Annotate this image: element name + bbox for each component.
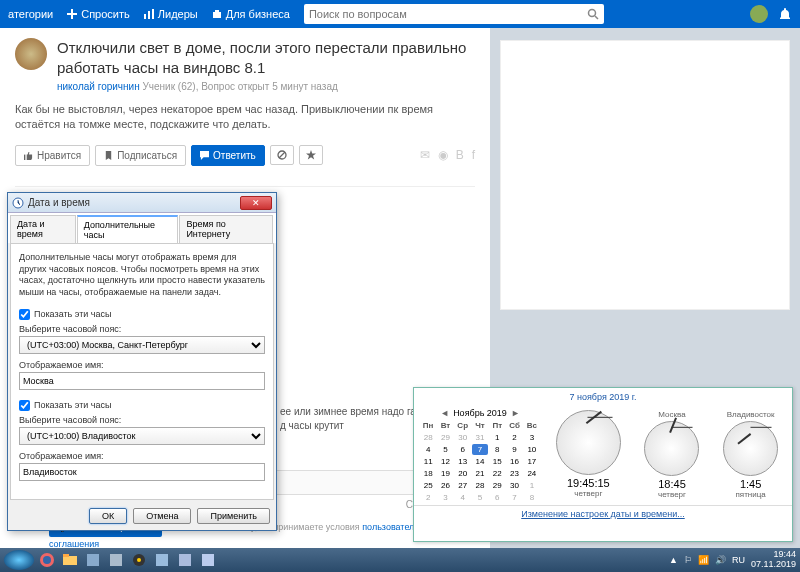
cal-day[interactable]: 28 [420,432,436,443]
cal-day[interactable]: 7 [472,444,488,455]
cal-day[interactable]: 9 [506,444,522,455]
cancel-button[interactable]: Отмена [133,508,191,524]
tab-extra-clocks[interactable]: Дополнительные часы [77,215,179,243]
cal-day[interactable]: 27 [455,480,471,491]
share-vk-icon[interactable]: B [456,148,464,162]
cal-day[interactable]: 4 [455,492,471,503]
cal-day[interactable]: 8 [524,492,540,503]
block-button[interactable] [270,145,294,165]
cal-day[interactable]: 1 [524,480,540,491]
cal-day[interactable]: 2 [506,432,522,443]
cal-month[interactable]: Ноябрь 2019 [453,408,507,418]
taskbar[interactable]: ▲ ⚐ 📶 🔊 RU 19:44 07.11.2019 [0,548,800,572]
cal-day[interactable]: 2 [420,492,436,503]
tab-datetime[interactable]: Дата и время [10,215,76,243]
cal-day[interactable]: 3 [524,432,540,443]
cal-day[interactable]: 6 [489,492,505,503]
cal-prev[interactable]: ◄ [440,408,449,418]
taskbar-tray[interactable]: ▲ ⚐ 📶 🔊 RU 19:44 07.11.2019 [669,550,796,570]
tray-network-icon[interactable]: 📶 [698,555,709,565]
tray-clock[interactable]: 19:44 07.11.2019 [751,550,796,570]
cal-day[interactable]: 28 [472,480,488,491]
dialog-titlebar[interactable]: Дата и время ✕ [8,193,276,213]
cal-day[interactable]: 21 [472,468,488,479]
cal-day[interactable]: 23 [506,468,522,479]
cal-day[interactable]: 5 [472,492,488,503]
cal-day[interactable]: 31 [472,432,488,443]
nav-business[interactable]: Для бизнеса [212,8,290,20]
cal-next[interactable]: ► [511,408,520,418]
cal-day[interactable]: 17 [524,456,540,467]
cal-day[interactable]: 12 [437,456,453,467]
cal-day[interactable]: 14 [472,456,488,467]
search-box[interactable] [304,4,604,24]
tz-select-1[interactable]: (UTC+03:00) Москва, Санкт-Петербург [19,336,265,354]
taskbar-app-3[interactable] [129,550,149,570]
cal-day[interactable]: 30 [506,480,522,491]
taskbar-firefox[interactable] [37,550,57,570]
share-fb-icon[interactable]: f [472,148,475,162]
cal-day[interactable]: 19 [437,468,453,479]
cal-day[interactable]: 8 [489,444,505,455]
ok-button[interactable]: ОК [89,508,127,524]
cal-day[interactable]: 26 [437,480,453,491]
cal-day[interactable]: 15 [489,456,505,467]
star-button[interactable] [299,145,323,165]
search-icon[interactable] [587,8,599,20]
cal-day[interactable]: 29 [489,480,505,491]
tray-flag-icon[interactable]: ⚐ [684,555,692,565]
cal-day[interactable]: 13 [455,456,471,467]
share-ok-icon[interactable]: ◉ [438,148,448,162]
cal-day[interactable]: 6 [455,444,471,455]
close-button[interactable]: ✕ [240,196,272,210]
clock-vladivostok: Владивосток 1:45 пятница [723,408,778,503]
cal-day[interactable]: 22 [489,468,505,479]
show-clock-2[interactable]: Показать эти часы [19,400,265,411]
change-settings-link[interactable]: Изменение настроек даты и времени... [521,509,684,519]
tz-select-2[interactable]: (UTC+10:00) Владивосток [19,427,265,445]
tray-volume-icon[interactable]: 🔊 [715,555,726,565]
cal-day[interactable]: 16 [506,456,522,467]
show-clock-1[interactable]: Показать эти часы [19,309,265,320]
cal-day[interactable]: 10 [524,444,540,455]
tray-arrow-icon[interactable]: ▲ [669,555,678,565]
cal-day[interactable]: 18 [420,468,436,479]
cal-day[interactable]: 24 [524,468,540,479]
nav-leaders[interactable]: Лидеры [144,8,198,20]
share-mail-icon[interactable]: ✉ [420,148,430,162]
taskbar-explorer[interactable] [60,550,80,570]
subscribe-button[interactable]: Подписаться [95,145,186,166]
start-button[interactable] [4,550,34,570]
name-input-2[interactable] [19,463,265,481]
tray-lang[interactable]: RU [732,555,745,565]
tab-internet-time[interactable]: Время по Интернету [179,215,273,243]
cal-day[interactable]: 1 [489,432,505,443]
name-input-1[interactable] [19,372,265,390]
cal-day[interactable]: 11 [420,456,436,467]
taskbar-app-5[interactable] [175,550,195,570]
cal-day[interactable]: 25 [420,480,436,491]
cal-day[interactable]: 30 [455,432,471,443]
apply-button[interactable]: Применить [197,508,270,524]
author-avatar[interactable] [15,38,47,70]
taskbar-app-4[interactable] [152,550,172,570]
cal-day[interactable]: 5 [437,444,453,455]
taskbar-app-6[interactable] [198,550,218,570]
bell-icon[interactable] [778,7,792,21]
nav-ask[interactable]: Спросить [67,8,130,20]
nav-categories[interactable]: атегории [8,8,53,20]
taskbar-app-1[interactable] [83,550,103,570]
answer-button[interactable]: Ответить [191,145,265,166]
search-input[interactable] [309,8,587,20]
svg-line-6 [595,16,598,19]
author-link[interactable]: николай горичнин [57,81,140,92]
cal-day[interactable]: 20 [455,468,471,479]
cal-day[interactable]: 3 [437,492,453,503]
cal-day[interactable]: 29 [437,432,453,443]
cal-day[interactable]: 7 [506,492,522,503]
user-avatar[interactable] [750,5,768,23]
cal-day[interactable]: 4 [420,444,436,455]
taskbar-app-2[interactable] [106,550,126,570]
like-button[interactable]: Нравится [15,145,90,166]
calendar-grid[interactable]: ПнВтСрЧтПтСбВс28293031123456789101112131… [420,420,540,503]
